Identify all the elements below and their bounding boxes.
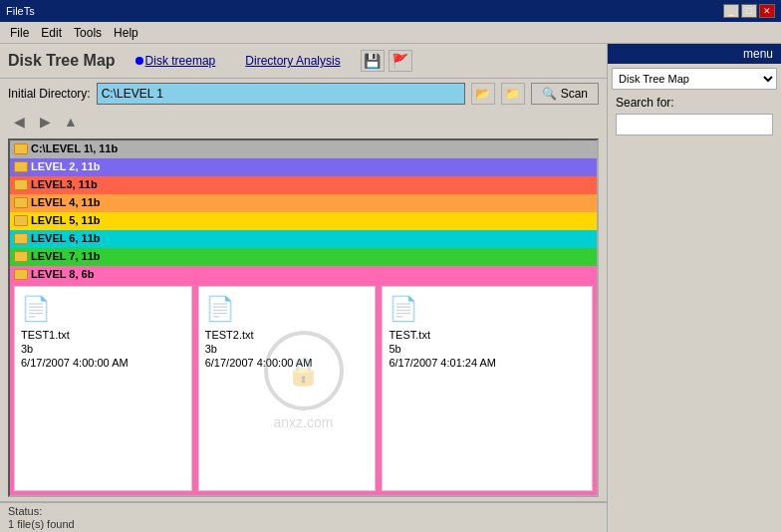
folder-icon-lv1	[14, 143, 28, 154]
disk-treemap-link[interactable]: Disk treemap	[135, 54, 216, 68]
browse-folder-button[interactable]: 📁	[501, 83, 525, 105]
forward-button[interactable]: ▶	[34, 111, 56, 133]
minimize-button[interactable]: _	[723, 4, 739, 18]
level-3-label: LEVEL3, 11b	[14, 178, 98, 190]
level-6-label: LEVEL 6, 11b	[14, 232, 101, 244]
window-controls: _ □ ✕	[723, 4, 775, 18]
level-7-label: LEVEL 7, 11b	[14, 250, 101, 262]
app-title: Disk Tree Map	[8, 52, 116, 70]
level-1-label: C:\LEVEL 1\, 11b	[14, 142, 118, 154]
save-icon-button[interactable]: 💾	[361, 50, 385, 72]
file-name-3: TEST.txt	[389, 329, 430, 341]
status-value: 1 file(s) found	[8, 518, 599, 530]
folder-icon-lv8	[14, 269, 28, 280]
browse-open-button[interactable]: 📂	[471, 83, 495, 105]
folder-icon-lv5	[14, 215, 28, 226]
menu-edit[interactable]: Edit	[35, 24, 68, 42]
folder-icon-lv4	[14, 197, 28, 208]
menu-help[interactable]: Help	[108, 24, 144, 42]
toolbar-icons: 💾 🚩	[361, 50, 412, 72]
level-2-label: LEVEL 2, 11b	[14, 160, 101, 172]
right-dropdown-row: Disk Tree Map	[608, 64, 781, 94]
dir-label: Initial Directory:	[8, 87, 91, 101]
left-panel: Disk Tree Map Disk treemap Directory Ana…	[0, 44, 607, 532]
treemap-area: C:\LEVEL 1\, 11b LEVEL 2, 11b LEVEL3,	[8, 138, 599, 497]
folder-icon-lv7	[14, 251, 28, 262]
level-5-box[interactable]: LEVEL 5, 11b LEVEL 6, 11b	[10, 212, 597, 495]
main-container: Disk Tree Map Disk treemap Directory Ana…	[0, 44, 781, 532]
level-3-box[interactable]: LEVEL3, 11b LEVEL 4, 11b	[10, 176, 597, 495]
level-2-box[interactable]: LEVEL 2, 11b LEVEL3, 11b	[10, 158, 597, 495]
close-button[interactable]: ✕	[759, 4, 775, 18]
file-icon-2: 📄	[205, 295, 235, 323]
flag-icon-button[interactable]: 🚩	[389, 50, 412, 72]
file-card-test[interactable]: 📄 TEST.txt 5b 6/17/2007 4:01:24 AM	[382, 286, 593, 491]
level-6-box[interactable]: LEVEL 6, 11b LEVEL 7, 11b	[10, 230, 597, 495]
search-input[interactable]	[616, 114, 773, 135]
file-size-3: 5b	[389, 343, 400, 355]
file-icon-3: 📄	[389, 295, 418, 323]
level-7-box[interactable]: LEVEL 7, 11b LEVEL 8, 6b	[10, 248, 597, 495]
treemap-visualization: C:\LEVEL 1\, 11b LEVEL 2, 11b LEVEL3,	[10, 140, 597, 495]
status-label: Status:	[8, 505, 599, 517]
file-card-test1[interactable]: 📄 TEST1.txt 3b 6/17/2007 4:00:00 AM	[14, 286, 192, 491]
app-selector-dropdown[interactable]: Disk Tree Map	[612, 68, 777, 90]
file-date-1: 6/17/2007 4:00:00 AM	[21, 357, 129, 369]
level-4-box[interactable]: LEVEL 4, 11b LEVEL 5, 11b	[10, 194, 597, 495]
directory-analysis-link[interactable]: Directory Analysis	[245, 54, 340, 68]
file-card-test2[interactable]: 📄 TEST2.txt 3b 6/17/2007 4:00:00 AM	[198, 286, 377, 491]
right-panel: menu Disk Tree Map Search for:	[607, 44, 781, 532]
folder-icon-lv6	[14, 233, 28, 244]
file-date-3: 6/17/2007 4:01:24 AM	[389, 357, 496, 369]
file-icon-1: 📄	[21, 295, 51, 323]
nav-row: ◀ ▶ ▲	[0, 109, 607, 134]
search-icon: 🔍	[542, 87, 557, 101]
maximize-button[interactable]: □	[741, 4, 757, 18]
level-8-box[interactable]: LEVEL 8, 6b 📄	[10, 266, 597, 495]
level-4-label: LEVEL 4, 11b	[14, 196, 101, 208]
file-cards-container: 📄 TEST1.txt 3b 6/17/2007 4:00:00 AM	[14, 286, 593, 491]
up-button[interactable]: ▲	[60, 111, 82, 133]
directory-row: Initial Directory: 📂 📁 🔍 Scan	[0, 79, 607, 109]
back-button[interactable]: ◀	[8, 111, 30, 133]
toolbar: Disk Tree Map Disk treemap Directory Ana…	[0, 44, 607, 79]
file-date-2: 6/17/2007 4:00:00 AM	[205, 357, 313, 369]
folder-icon-lv2	[14, 161, 28, 172]
title-bar: FileTs _ □ ✕	[0, 0, 781, 22]
folder-icon-lv3	[14, 179, 28, 190]
file-size-1: 3b	[21, 343, 33, 355]
scan-button[interactable]: 🔍 Scan	[531, 83, 599, 105]
menu-bar: File Edit Tools Help	[0, 22, 781, 44]
file-name-2: TEST2.txt	[205, 329, 254, 341]
menu-file[interactable]: File	[4, 24, 35, 42]
status-area: Status: 1 file(s) found	[0, 501, 607, 532]
menu-tools[interactable]: Tools	[68, 24, 108, 42]
right-panel-header: menu	[608, 44, 781, 64]
file-name-1: TEST1.txt	[21, 329, 70, 341]
level-1-box[interactable]: C:\LEVEL 1\, 11b LEVEL 2, 11b LEVEL3,	[10, 140, 597, 495]
directory-input[interactable]	[97, 83, 465, 105]
level-8-label: LEVEL 8, 6b	[14, 268, 94, 280]
level-5-label: LEVEL 5, 11b	[14, 214, 101, 226]
disk-treemap-dot-icon	[135, 57, 143, 65]
file-size-2: 3b	[205, 343, 217, 355]
search-for-label: Search for:	[608, 94, 781, 112]
window-title: FileTs	[6, 5, 723, 17]
